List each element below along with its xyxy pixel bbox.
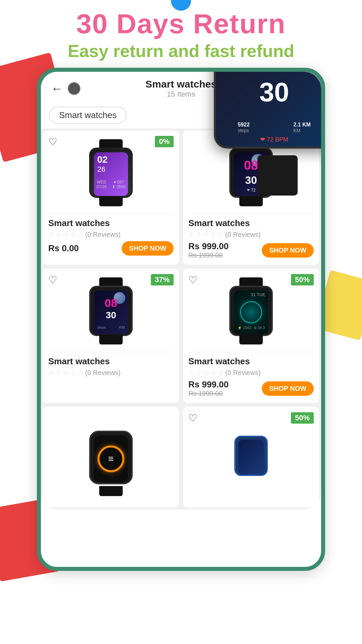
star-rating-1: ☆ ☆ ☆ ☆ ☆ (0 Reviews): [48, 230, 174, 238]
favorite-button-3[interactable]: ♡: [48, 274, 57, 286]
product-card-6: ♡ 50%: [183, 407, 319, 507]
reviews-4: (0 Reviews): [225, 369, 261, 377]
filter-tag-row: Smart watches: [41, 102, 321, 128]
star-5: ☆: [78, 230, 84, 238]
reviews-1: (0 Reviews): [85, 231, 121, 238]
product-name-2: Smart watches: [188, 218, 314, 228]
phone-camera: [68, 82, 80, 95]
promo-subtitle: Easy return and fast refund: [7, 41, 355, 61]
star-3: ☆: [63, 230, 69, 238]
price-2: Rs 999.00: [188, 241, 229, 252]
product-card-3: ♡ 37% 08 30 steps KM: [43, 269, 179, 403]
product-card-5: ≡: [43, 407, 179, 507]
product-card-2: 08 30 ❤ 72 Smart watches ☆ ☆ ☆ ☆: [183, 130, 319, 265]
phone-topbar: ← Smart watches 15 Items refine: [41, 72, 321, 102]
discount-badge-2: [306, 136, 314, 139]
reviews-2: (0 Reviews): [225, 231, 261, 238]
back-button[interactable]: ←: [51, 82, 63, 96]
discount-badge-6: 50%: [291, 412, 314, 424]
discount-badge-4: 50%: [291, 274, 314, 285]
product-image-1: 02 26 WED07/26 ♥ 087⬆ 3569: [48, 136, 174, 210]
page-title: Smart watches: [145, 78, 217, 90]
product-footer-4: Rs 999.00 Rs 1999.00 SHOP NOW: [188, 379, 314, 397]
favorite-button-6[interactable]: ♡: [188, 412, 197, 424]
filter-tag[interactable]: Smart watches: [49, 107, 127, 124]
product-footer-2: Rs 999.00 Rs 1999.00 SHOP NOW: [188, 241, 314, 259]
shop-now-button-1[interactable]: SHOP NOW: [122, 241, 174, 256]
phone-inner: ← Smart watches 15 Items refine Smart wa…: [41, 72, 321, 509]
phone-mockup: ← Smart watches 15 Items refine Smart wa…: [37, 68, 325, 571]
product-name-4: Smart watches: [188, 356, 314, 367]
product-name-1: Smart watches: [48, 218, 174, 228]
favorite-button-1[interactable]: ♡: [48, 136, 57, 148]
price-area-2: Rs 999.00 Rs 1999.00: [188, 241, 229, 259]
product-card-1: ♡ 0% 02 26 WED07/26 ♥ 087⬆ 3569: [43, 130, 179, 265]
phone-title-area: Smart watches 15 Items: [145, 78, 217, 99]
original-price-4: Rs 1999.00: [188, 390, 229, 397]
shop-now-button-4[interactable]: SHOP NOW: [262, 381, 314, 396]
refine-button[interactable]: refine: [289, 84, 311, 94]
product-image-2: 08 30 ❤ 72: [188, 136, 314, 210]
product-image-5: ≡: [48, 412, 174, 493]
product-grid: ♡ 0% 02 26 WED07/26 ♥ 087⬆ 3569: [41, 128, 321, 509]
original-price-2: Rs 1999.00: [188, 252, 229, 259]
product-name-3: Smart watches: [48, 356, 174, 367]
star-rating-2: ☆ ☆ ☆ ☆ ☆ (0 Reviews): [188, 230, 314, 238]
product-card-4: ♡ 50% 31 TUE ⚡ 2563 ⊕ 34.3: [183, 269, 319, 403]
star-rating-3: ☆ ☆ ☆ ☆ ☆ (0 Reviews): [48, 369, 174, 377]
star-4: ☆: [70, 230, 76, 238]
star-2: ☆: [56, 230, 62, 238]
product-footer-1: Rs 0.00 SHOP NOW: [48, 241, 174, 256]
discount-badge-3: 37%: [151, 274, 174, 285]
star-rating-4: ☆ ☆ ☆ ☆ ☆ (0 Reviews): [188, 369, 314, 377]
items-count: 15 Items: [145, 90, 217, 99]
star-1: ☆: [48, 230, 54, 238]
favorite-button-4[interactable]: ♡: [188, 274, 197, 286]
price-area-4: Rs 999.00 Rs 1999.00: [188, 379, 229, 397]
price-4: Rs 999.00: [188, 379, 229, 390]
reviews-3: (0 Reviews): [85, 369, 121, 377]
price-1: Rs 0.00: [48, 243, 79, 254]
price-area-1: Rs 0.00: [48, 243, 79, 254]
discount-badge-1: 0%: [155, 136, 174, 147]
shop-now-button-2[interactable]: SHOP NOW: [262, 243, 314, 258]
promo-title: 30 Days Return: [7, 10, 355, 38]
